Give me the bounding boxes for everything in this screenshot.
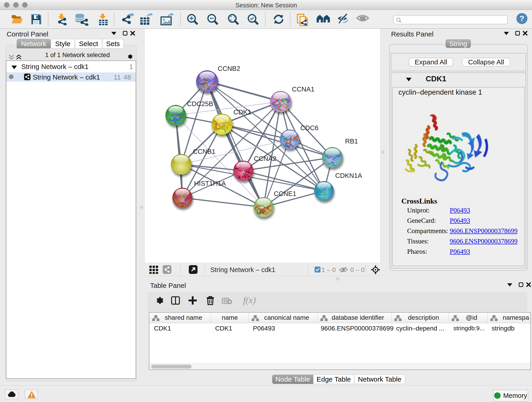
svg-text:CCNA2: CCNA2: [254, 155, 276, 162]
svg-text:RB1: RB1: [345, 138, 358, 145]
svg-text:CDC6: CDC6: [300, 124, 318, 132]
svg-text:?: ?: [520, 14, 525, 23]
svg-text:CCNB2: CCNB2: [218, 65, 240, 72]
svg-text:CCNB1: CCNB1: [193, 148, 215, 155]
svg-text:CCNE1: CCNE1: [274, 190, 296, 197]
svg-text:CDC25B: CDC25B: [187, 100, 213, 108]
svg-text:CCNA1: CCNA1: [292, 85, 314, 93]
svg-text:CDK1: CDK1: [234, 108, 251, 116]
svg-text:CDKN1A: CDKN1A: [335, 172, 362, 179]
svg-text:HIST1H1A: HIST1H1A: [194, 180, 226, 187]
